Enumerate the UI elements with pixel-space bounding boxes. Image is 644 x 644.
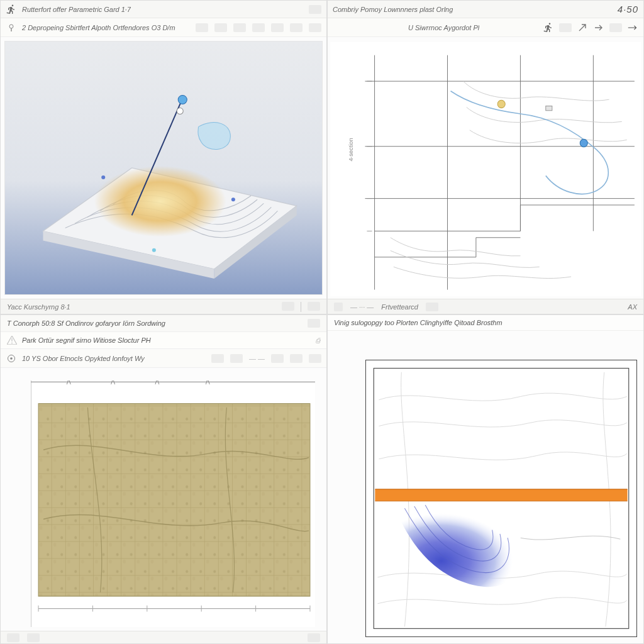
svg-point-10 bbox=[231, 197, 235, 201]
status-icon[interactable] bbox=[426, 303, 438, 311]
status-icon[interactable] bbox=[27, 633, 40, 642]
svg-text:4·section: 4·section bbox=[348, 138, 354, 161]
tool-icon[interactable] bbox=[308, 319, 320, 328]
titlebar-tr: Combriy Pomoy Lownnners plast Orlng 4·50 bbox=[328, 1, 643, 18]
viewport-section[interactable] bbox=[365, 360, 637, 637]
tool-icon[interactable] bbox=[609, 23, 622, 32]
tool-icon[interactable] bbox=[290, 23, 303, 32]
status-icon[interactable] bbox=[7, 633, 19, 642]
dashes: — — bbox=[249, 355, 265, 362]
title-text-tl: Rutterfort offer Parametric Gard 1·7 bbox=[22, 6, 131, 13]
tool-icon[interactable] bbox=[214, 23, 227, 32]
tool-icon[interactable] bbox=[290, 354, 303, 363]
arrow-right-long-icon[interactable] bbox=[627, 22, 638, 33]
tool-icon[interactable] bbox=[211, 354, 224, 363]
svg-rect-38 bbox=[38, 404, 310, 596]
tool-icon[interactable] bbox=[271, 354, 284, 363]
panel-plan-view: Combriy Pomoy Lownnners plast Orlng 4·50… bbox=[327, 0, 644, 314]
svg-point-11 bbox=[152, 248, 156, 252]
toolbar-bl: 10 YS Obor Etnocls Opykted lonfoyt Wy — … bbox=[1, 349, 326, 368]
viewport-plan[interactable]: 4·section bbox=[330, 42, 641, 296]
statusbar-tr: — ··· — Frtvettearcd AX bbox=[328, 299, 643, 314]
svg-point-5 bbox=[81, 162, 246, 250]
status-tool-tr: Frtvettearcd bbox=[381, 303, 418, 311]
status-icon[interactable] bbox=[308, 302, 320, 311]
runner-icon[interactable] bbox=[543, 22, 554, 33]
header-br: Vinig sulogopgy too Plorten Clinghyiffe … bbox=[328, 315, 643, 331]
viewport-3d[interactable] bbox=[4, 41, 323, 295]
svg-rect-48 bbox=[375, 489, 627, 501]
header-text-br: Vinig sulogopgy too Plorten Clinghyiffe … bbox=[334, 319, 502, 326]
statusbar-tl: Yacc Kurschyrng 8·1 bbox=[1, 299, 326, 314]
tool-icon[interactable] bbox=[252, 23, 265, 32]
arrow-right-icon[interactable] bbox=[593, 22, 604, 33]
svg-point-25 bbox=[497, 100, 505, 108]
target-icon[interactable] bbox=[6, 353, 17, 364]
svg-point-0 bbox=[9, 25, 13, 28]
status-ax-tr: AX bbox=[628, 303, 637, 311]
svg-point-9 bbox=[101, 175, 105, 179]
toolbar-tr: U Siwrrnoc Aygordot Pl bbox=[328, 18, 643, 37]
tool-icon[interactable] bbox=[230, 354, 243, 363]
arrow-up-right-icon[interactable] bbox=[577, 22, 588, 33]
status-dashes: — ··· — bbox=[350, 303, 374, 311]
panel-3d-terrain: Rutterfort offer Parametric Gard 1·7 2 D… bbox=[0, 0, 327, 314]
divider bbox=[301, 302, 301, 312]
pin-icon[interactable]: ⎙ bbox=[316, 336, 320, 344]
svg-point-26 bbox=[580, 139, 587, 147]
warning-triangle-icon bbox=[7, 336, 17, 345]
warn-row-bl: Park Ortür segnif sirno Witiose Sloctur … bbox=[1, 332, 326, 349]
svg-point-7 bbox=[178, 95, 187, 104]
header-bl: T Conorph 50:8 Sf Ondinrov gofaryor Iörn… bbox=[1, 315, 326, 332]
tool-icon[interactable] bbox=[309, 5, 321, 14]
svg-point-29 bbox=[11, 343, 13, 344]
svg-point-8 bbox=[177, 108, 183, 114]
tool-icon[interactable] bbox=[233, 23, 246, 32]
toolbar-tl: 2 Depropeing Sbirtfert Alpoth Ortfendore… bbox=[1, 18, 326, 37]
running-figure-icon bbox=[6, 4, 17, 15]
svg-rect-12 bbox=[330, 42, 641, 296]
panel-section: Vinig sulogopgy too Plorten Clinghyiffe … bbox=[327, 314, 644, 644]
panel-satellite: T Conorph 50:8 Sf Ondinrov gofaryor Iörn… bbox=[0, 314, 327, 644]
warn-row-label-bl: Park Ortür segnif sirno Witiose Sloctur … bbox=[22, 336, 151, 344]
title-right-tr: 4·50 bbox=[618, 4, 638, 14]
header-text-bl: T Conorph 50:8 Sf Ondinrov gofaryor Iörn… bbox=[7, 319, 165, 327]
viewport-satellite[interactable] bbox=[31, 380, 315, 627]
titlebar-tl: Rutterfort offer Parametric Gard 1·7 bbox=[1, 1, 326, 18]
toolbar-label-tl: 2 Depropeing Sbirtfert Alpoth Ortfendore… bbox=[22, 24, 175, 31]
status-icon[interactable] bbox=[282, 302, 294, 311]
title-text-tr: Combriy Pomoy Lownnners plast Orlng bbox=[333, 6, 453, 13]
tool-icon[interactable] bbox=[271, 23, 284, 32]
tool-icon[interactable] bbox=[309, 23, 321, 32]
tool-icon[interactable] bbox=[309, 354, 321, 363]
status-icon[interactable] bbox=[334, 303, 343, 311]
toolbar-label-bl: 10 YS Obor Etnocls Opykted lonfoyt Wy bbox=[22, 355, 145, 362]
statusbar-bl bbox=[1, 631, 326, 643]
tool-icon[interactable] bbox=[559, 23, 572, 32]
status-icon[interactable] bbox=[308, 633, 320, 642]
status-text-tl: Yacc Kurschyrng 8·1 bbox=[7, 303, 70, 311]
svg-rect-27 bbox=[546, 106, 552, 111]
marker-icon[interactable] bbox=[6, 22, 17, 33]
tool-icon[interactable] bbox=[196, 23, 208, 32]
svg-point-31 bbox=[10, 357, 13, 360]
toolbar-label-tr: U Siwrrnoc Aygordot Pl bbox=[408, 24, 479, 31]
